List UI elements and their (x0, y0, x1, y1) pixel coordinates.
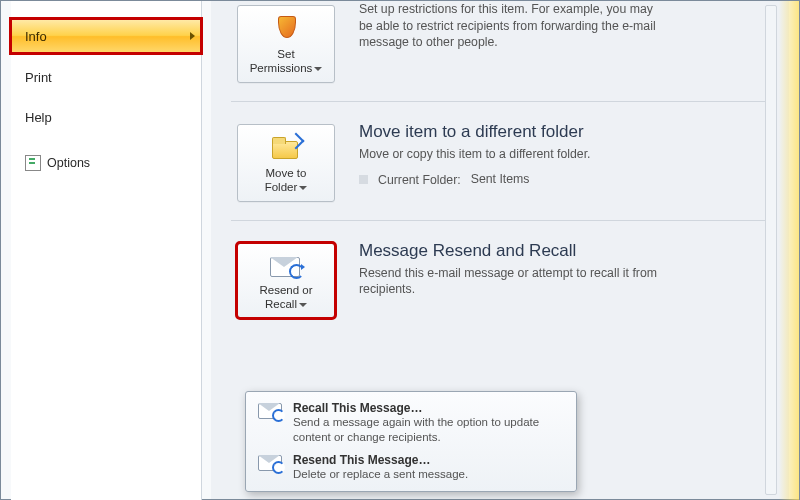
backstage-sidebar: Info Print Help Options (11, 1, 202, 500)
resend-or-recall-button[interactable]: Resend or Recall (237, 243, 335, 319)
nav-label: Help (25, 110, 52, 125)
nav-item-info[interactable]: Info (11, 19, 201, 53)
menu-item-desc: Send a message again with the option to … (293, 415, 543, 445)
envelope-recall-icon (257, 401, 283, 421)
section-move: Move to Folder Move item to a different … (211, 102, 789, 220)
nav-label: Print (25, 70, 52, 85)
scrollbar[interactable] (765, 5, 777, 495)
menu-item-resend[interactable]: Resend This Message… Delete or replace a… (251, 449, 571, 486)
move-to-folder-button[interactable]: Move to Folder (237, 124, 335, 202)
menu-item-title: Resend This Message… (293, 453, 468, 467)
permissions-description: Set up restrictions for this item. For e… (359, 1, 659, 51)
button-line1: Move to (266, 167, 307, 179)
shield-icon (269, 14, 303, 44)
nav-item-print[interactable]: Print (11, 61, 201, 93)
chevron-down-icon (314, 67, 322, 71)
menu-item-recall[interactable]: Recall This Message… Send a message agai… (251, 397, 571, 449)
envelope-resend-icon (257, 453, 283, 473)
menu-item-title: Recall This Message… (293, 401, 543, 415)
envelope-recall-icon (267, 252, 305, 280)
chevron-down-icon (299, 303, 307, 307)
button-line1: Set (277, 48, 294, 60)
resend-description: Resend this e-mail message or attempt to… (359, 265, 659, 298)
move-title: Move item to a different folder (359, 122, 590, 142)
chevron-down-icon (299, 186, 307, 190)
button-line1: Resend or (259, 284, 312, 296)
button-line2: Permissions (250, 62, 313, 74)
resend-title: Message Resend and Recall (359, 241, 659, 261)
menu-item-desc: Delete or replace a sent message. (293, 467, 468, 482)
options-icon (25, 155, 41, 171)
nav-item-options[interactable]: Options (11, 155, 201, 171)
outlook-backstage-window: Info Print Help Options Set Permissions (0, 0, 800, 500)
nav-item-help[interactable]: Help (11, 101, 201, 133)
nav-label: Options (47, 156, 90, 170)
button-line2: Folder (265, 181, 298, 193)
nav-label: Info (25, 29, 47, 44)
move-description: Move or copy this item to a different fo… (359, 146, 590, 163)
current-folder-row: Current Folder: Sent Items (359, 172, 590, 187)
current-folder-value: Sent Items (471, 172, 530, 187)
resend-recall-menu: Recall This Message… Send a message agai… (245, 391, 577, 492)
folder-move-icon (268, 133, 304, 163)
button-line2: Recall (265, 298, 297, 310)
set-permissions-button[interactable]: Set Permissions (237, 5, 335, 83)
current-folder-label: Current Folder: (378, 173, 461, 187)
bullet-icon (359, 175, 368, 184)
section-permissions: Set Permissions Set up restrictions for … (211, 1, 789, 101)
section-resend-recall: Resend or Recall Message Resend and Reca… (211, 221, 789, 337)
